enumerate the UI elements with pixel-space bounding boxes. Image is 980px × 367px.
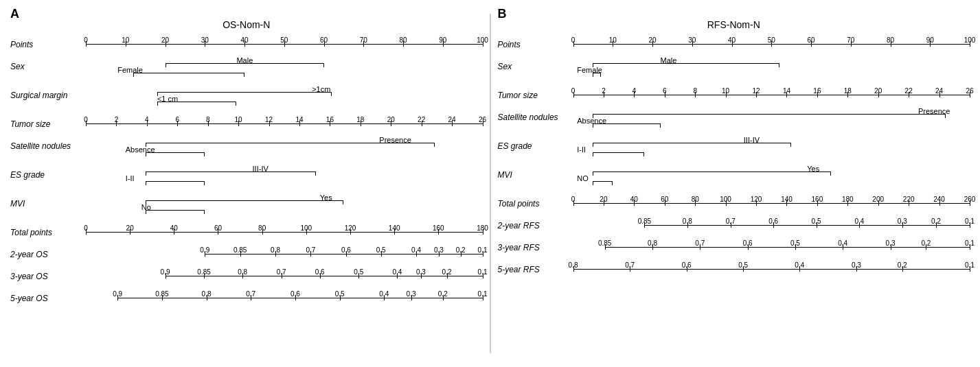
- label-sex-a: Sex: [10, 58, 86, 71]
- label-points-a: Points: [10, 36, 86, 49]
- row-mvi-a: MVI Yes No: [10, 195, 483, 221]
- tp-tick: 0: [84, 224, 88, 232]
- row-tumorsize-a: Tumor size: [10, 115, 483, 134]
- ts-tick: 16: [326, 116, 334, 123]
- label-tumorsize-b: Tumor size: [498, 86, 573, 100]
- row-satnod-a: Satellite nodules Presence Absence: [10, 137, 483, 163]
- row-2yros-a: 2-year OS 0.9 0.85 0.8 0.7 0.6 0.5: [10, 246, 483, 265]
- row-satnod-b: Satellite nodules Presence Absence: [498, 108, 970, 134]
- surv-tick: 0.1: [478, 290, 488, 298]
- surv-tick: 0.1: [478, 246, 488, 254]
- tick-label-b: 10: [609, 36, 617, 44]
- tick-label-b: 80: [887, 36, 894, 44]
- ts-tick: 18: [356, 116, 364, 123]
- ts-tick: 0: [84, 116, 88, 123]
- tp-tick: 100: [301, 224, 312, 232]
- row-esgrade-b: ES grade III-IV I-II: [498, 137, 970, 163]
- surv-tick: 0.9: [113, 290, 122, 298]
- row-points-a: Points 0 10: [10, 36, 483, 55]
- ts-tick: 8: [206, 116, 210, 123]
- tick-label-b: 0: [571, 36, 576, 44]
- ts-tick: 26: [479, 116, 486, 123]
- row-5yros-a: 5-year OS 0.9 0.85 0.8 0.7 0.6 0.5: [10, 289, 483, 309]
- tick-label-b: 50: [768, 36, 775, 44]
- content-mvi-a: Yes No: [86, 195, 483, 221]
- label-surgical-a: Surgical margin: [10, 86, 86, 100]
- row-mvi-b: MVI Yes NO: [498, 166, 970, 192]
- surv-tick: 0.1: [478, 268, 488, 276]
- tick-label-b: 100: [964, 36, 976, 44]
- tick-label: 20: [161, 36, 169, 44]
- row-surgical-a: Surgical margin >1cm <1 cm: [10, 86, 483, 113]
- row-2yrrfs-b: 2-year RFS 0.85 0.8 0.7 0.6 0.5 0.4: [498, 217, 970, 236]
- cat-label-absence-a: Absence: [126, 145, 155, 154]
- panel-b: B RFS-Nom-N Points 0: [491, 7, 977, 360]
- cat-label-yes-b: Yes: [807, 165, 819, 173]
- content-5yros-a: 0.9 0.85 0.8 0.7 0.6 0.5 0.4 0.3 0.2: [86, 289, 483, 309]
- ts-tick: 24: [448, 116, 456, 123]
- label-points-b: Points: [498, 36, 573, 49]
- tick-label-b: 70: [847, 36, 854, 44]
- ts-tick: 2: [115, 116, 119, 123]
- tick-label-b: 90: [926, 36, 934, 44]
- label-esgrade-a: ES grade: [10, 166, 86, 180]
- content-tumorsize-a: 0 2 4 6 8 10 12 14 16 18 20 22 24 26: [86, 115, 483, 134]
- cat-label-yes-mvi-a: Yes: [320, 193, 332, 202]
- cat-label-lt1cm-a: <1 cm: [157, 95, 178, 103]
- content-3yrrfs-b: 0.85 0.8 0.7 0.6 0.5 0.4 0.3 0.2 0.1: [573, 239, 970, 258]
- ts-tick: 6: [176, 116, 180, 123]
- label-sex-b: Sex: [498, 58, 573, 71]
- cat-label-male-a: Male: [236, 56, 253, 64]
- row-sex-a: Sex Male Female: [10, 58, 483, 84]
- panel-b-label: B: [498, 7, 507, 21]
- content-5yrrfs-b: 0.8 0.7 0.6 0.5 0.4 0.3 0.2 0.1: [573, 261, 970, 280]
- label-5yros-a: 5-year OS: [10, 289, 86, 303]
- label-3yros-a: 3-year OS: [10, 268, 86, 281]
- tp-tick: 80: [258, 224, 266, 232]
- panel-a-label: A: [10, 7, 19, 21]
- tick-label: 0: [84, 36, 88, 44]
- panel-a-title: OS-Nom-N: [10, 19, 483, 30]
- tick-label: 80: [399, 36, 407, 44]
- content-points-b: 0 10 20 30 40 50 60 70 80 90 100: [573, 36, 970, 55]
- surv-tick: 0.9: [161, 268, 170, 276]
- ts-tick: 10: [235, 116, 242, 123]
- cat-label-i-ii-a: I-II: [126, 174, 135, 182]
- tp-tick: 140: [389, 224, 400, 232]
- row-sex-b: Sex Male Female: [498, 58, 970, 84]
- label-5yrrfs-b: 5-year RFS: [498, 261, 573, 274]
- label-totalpts-a: Total points: [10, 224, 86, 237]
- content-esgrade-a: III-IV I-II: [86, 166, 483, 192]
- cat-label-no-b: NO: [577, 174, 589, 182]
- tick-label-b: 20: [648, 36, 656, 44]
- label-mvi-b: MVI: [498, 166, 573, 180]
- tp-tick: 120: [345, 224, 356, 232]
- ts-tick: 14: [295, 116, 303, 123]
- row-totalpts-b: Total points: [498, 195, 970, 214]
- ts-tick: 22: [418, 116, 425, 123]
- content-mvi-b: Yes NO: [573, 166, 970, 192]
- tp-tick: 180: [477, 224, 488, 232]
- cat-label-female-a: Female: [117, 66, 143, 74]
- content-2yrrfs-b: 0.85 0.8 0.7 0.6 0.5 0.4 0.3 0.2 0.1: [573, 217, 970, 236]
- content-tumorsize-b: 0 2 4 6 8 10 12 14 16 18 20 22 24 26: [573, 86, 970, 106]
- row-3yros-a: 3-year OS 0.9 0.85 0.8 0.7 0.6 0.5: [10, 268, 483, 287]
- label-2yrrfs-b: 2-year RFS: [498, 217, 573, 230]
- row-tumorsize-b: Tumor size: [498, 86, 970, 106]
- content-totalpts-a: 0 20 40 60 80 100 120 140 160 180: [86, 224, 483, 243]
- tick-label-b: 40: [728, 36, 736, 44]
- cat-label-presence-a: Presence: [379, 136, 411, 144]
- row-points-b: Points 0 10 20: [498, 36, 970, 55]
- row-3yrrfs-b: 3-year RFS 0.85 0.8 0.7 0.6 0.5 0.4: [498, 239, 970, 258]
- tick-label: 30: [201, 36, 209, 44]
- label-satnod-a: Satellite nodules: [10, 137, 86, 151]
- panel-b-title: RFS-Nom-N: [498, 19, 970, 30]
- tick-label: 10: [122, 36, 129, 44]
- tick-label: 40: [240, 36, 248, 44]
- tick-label: 50: [280, 36, 288, 44]
- cat-label-absence-b: Absence: [577, 117, 606, 125]
- tick-label: 100: [477, 36, 488, 44]
- label-3yrrfs-b: 3-year RFS: [498, 239, 573, 252]
- content-totalpts-b: 0 20 40 60 80 100 120 140 160 180 200 22…: [573, 195, 970, 214]
- cat-label-female-b: Female: [577, 66, 602, 74]
